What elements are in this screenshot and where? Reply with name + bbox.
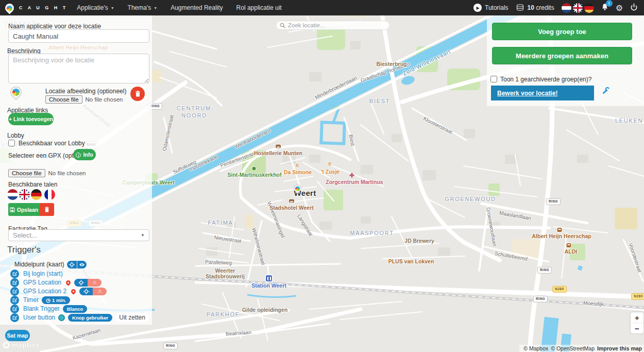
warning-button[interactable]: ⚠ — [88, 279, 101, 287]
edit-icon — [12, 297, 18, 303]
trigger-label[interactable]: Blank Trigger — [23, 305, 60, 312]
warning-button[interactable]: ⚠ — [93, 288, 107, 295]
map-attribution: © Mapbox © OpenStreetMap Improve this ma… — [519, 345, 644, 352]
zoom-out-button[interactable]: − — [631, 323, 643, 333]
save-button[interactable]: Opslaan — [8, 203, 40, 216]
edit-trigger-button[interactable] — [10, 287, 19, 296]
visibility-button[interactable] — [77, 261, 87, 269]
map-pin-icon[interactable] — [65, 279, 72, 286]
trigger-badge: Knop gebruiker — [68, 314, 112, 322]
wrench-icon[interactable] — [602, 87, 610, 97]
flag-gb-icon[interactable] — [19, 189, 30, 200]
flag-nl-icon[interactable] — [7, 189, 18, 200]
improve-map-link[interactable]: Improve this map — [597, 345, 642, 351]
caught-logo-icon[interactable] — [3, 2, 15, 14]
user-button-icon[interactable] — [58, 314, 65, 321]
menu-themas[interactable]: Thema's▼ — [128, 4, 158, 11]
zoom-controls: + − — [631, 312, 643, 333]
menu-rol-applicatie-uit[interactable]: Rol applicatie uit — [236, 4, 282, 11]
sat-map-button[interactable]: Sat map — [5, 330, 30, 341]
locate-button[interactable] — [67, 261, 77, 269]
edit-icon — [12, 271, 18, 276]
map-center-label: Middelpunt (kaart) — [14, 261, 64, 268]
search-input[interactable] — [288, 22, 381, 28]
tutorials-button[interactable]: ▶ Tutorials — [473, 4, 509, 12]
edit-icon — [12, 289, 18, 294]
add-group-button[interactable]: Voeg groep toe — [492, 23, 632, 40]
mapbox-logo[interactable]: mapbox — [3, 341, 40, 349]
flag-fr-icon[interactable] — [44, 189, 55, 200]
osm-attribution-link[interactable]: © OpenStreetMap — [551, 345, 595, 351]
flag-nl-icon[interactable] — [562, 3, 571, 13]
add-multiple-groups-button[interactable]: Meerdere groepen aanmaken — [492, 47, 632, 64]
zoom-in-button[interactable]: + — [631, 312, 643, 323]
map-pin-icon[interactable] — [70, 288, 77, 295]
flag-gb-icon[interactable] — [573, 3, 583, 13]
trigger-row: GPS Location⚠ — [0, 278, 101, 287]
menu-applicaties[interactable]: Applicatie's▼ — [77, 4, 114, 11]
image-file-status: No file chosen — [86, 96, 123, 103]
topbar: C A U G H T Applicatie's▼ Thema's▼ Augme… — [0, 0, 644, 15]
trigger-row: Bij login (start) — [0, 269, 63, 278]
billing-select-value: Select... — [13, 231, 141, 239]
play-icon: ▶ — [473, 4, 482, 12]
delete-image-button[interactable] — [130, 87, 145, 101]
image-label: Locatie afbeelding (optioneel) — [45, 88, 126, 95]
billing-select[interactable]: Select... ▼ — [8, 229, 149, 241]
lobby-checkbox-label: Beschikbaar voor Lobby — [19, 140, 85, 147]
trigger-label[interactable]: User button — [23, 314, 55, 321]
trigger-row: Blank TriggerBlanco — [0, 304, 87, 313]
edit-icon — [12, 280, 18, 285]
app-root: MOLENAKKERCENTRUM-NOORDBIESTLEUKENGROENE… — [0, 0, 644, 352]
locate-trigger-button[interactable] — [79, 288, 93, 295]
lobby-checkbox[interactable] — [8, 140, 15, 146]
name-label: Naam applicatie voor deze locatie — [8, 23, 101, 30]
notifications-button[interactable]: ! — [601, 3, 608, 13]
search-icon — [280, 23, 285, 28]
delete-application-button[interactable] — [40, 203, 54, 216]
power-icon — [630, 3, 638, 11]
add-link-button[interactable]: + Link toevoegen — [8, 113, 54, 125]
show-archived-checkbox[interactable] — [490, 76, 497, 82]
mapbox-attribution-link[interactable]: © Mapbox — [523, 345, 548, 351]
edit-trigger-button[interactable] — [10, 296, 19, 305]
gpx-choose-file-button[interactable]: Choose file — [8, 169, 45, 177]
trigger-label[interactable]: Timer — [23, 296, 39, 304]
logout-button[interactable] — [630, 3, 638, 13]
name-input[interactable] — [8, 29, 149, 43]
caught-pin-logo — [8, 84, 24, 100]
edit-trigger-button[interactable] — [10, 270, 19, 278]
edit-for-location-button[interactable]: Bewerk voor locatie! — [491, 86, 594, 100]
trigger-label[interactable]: Bij login (start) — [23, 270, 63, 277]
brand-name: C A U G H T — [19, 5, 67, 10]
edit-trigger-button[interactable] — [10, 313, 19, 322]
edit-trigger-button[interactable] — [10, 305, 19, 313]
triggers-title: Trigger's — [7, 245, 41, 255]
gpx-file-status: No file chosen — [48, 170, 86, 176]
credits-indicator[interactable]: 10 credits — [516, 4, 554, 11]
notification-badge: ! — [606, 0, 613, 7]
trigger-badge: Blanco — [63, 305, 88, 313]
settings-button[interactable]: ⚙ — [616, 3, 623, 13]
coins-icon — [516, 4, 524, 11]
crosshair-icon — [78, 280, 84, 286]
language-switcher — [562, 3, 594, 13]
description-textarea[interactable] — [8, 54, 149, 83]
flag-de-icon[interactable] — [584, 3, 594, 13]
flag-de-icon[interactable] — [31, 189, 42, 200]
edit-icon — [12, 306, 18, 311]
map-search-box — [276, 21, 390, 30]
edit-trigger-button[interactable] — [10, 278, 19, 287]
trash-icon — [44, 207, 49, 212]
languages-label: Beschikbare talen — [8, 181, 57, 188]
gpx-info-button[interactable]: iInfo — [73, 149, 96, 160]
info-icon: i — [76, 153, 81, 158]
trigger-label[interactable]: GPS Location 2 — [23, 288, 66, 295]
trigger-label[interactable]: GPS Location — [23, 279, 61, 286]
save-icon — [10, 207, 15, 212]
chevron-down-icon: ▼ — [111, 6, 114, 10]
locate-trigger-button[interactable] — [74, 279, 88, 287]
mapbox-logo-icon — [3, 342, 10, 348]
image-choose-file-button[interactable]: Choose file — [45, 95, 82, 104]
menu-augmented-reality[interactable]: Augmented Reality — [171, 4, 223, 11]
